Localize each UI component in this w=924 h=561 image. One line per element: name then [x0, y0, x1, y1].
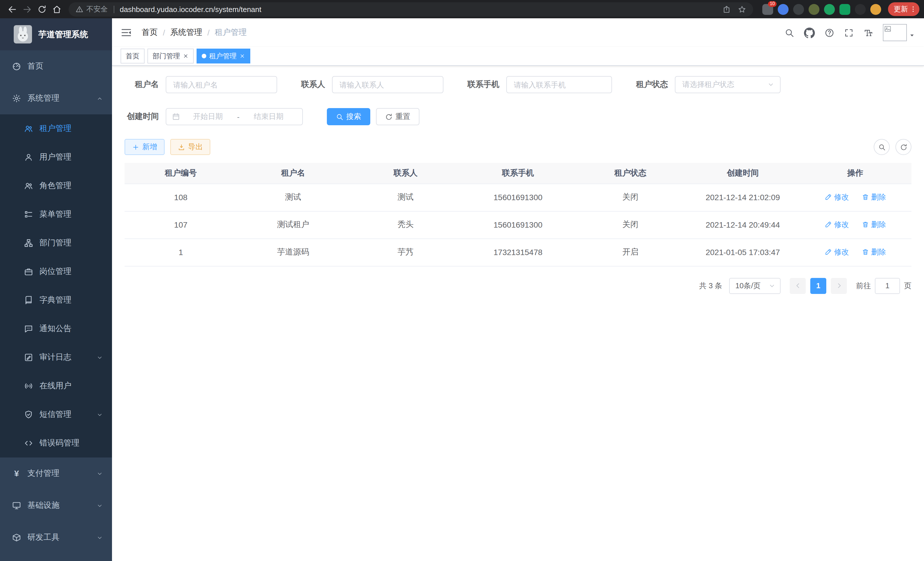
extension-icon[interactable]: [808, 4, 819, 15]
star-bookmark-icon[interactable]: [738, 5, 746, 14]
sidebar-item-label: 首页: [27, 61, 44, 71]
extension-icon[interactable]: [839, 4, 850, 15]
search-icon: [784, 28, 794, 38]
share-icon[interactable]: [722, 5, 731, 14]
sidebar-group-pay[interactable]: ¥ 支付管理: [0, 457, 112, 490]
tenant-id-cell: 1: [124, 238, 237, 266]
extension-icon[interactable]: [778, 4, 789, 15]
refresh-table-button[interactable]: [896, 139, 911, 155]
browser-back-button[interactable]: [4, 2, 20, 17]
toggle-search-button[interactable]: [874, 139, 890, 155]
sidebar-item-user[interactable]: 用户管理: [0, 143, 112, 171]
sidebar-group-system[interactable]: 系统管理: [0, 82, 112, 114]
header-search-button[interactable]: [784, 28, 794, 38]
phone-input[interactable]: [506, 76, 612, 93]
delete-link[interactable]: 删除: [861, 220, 886, 230]
security-status[interactable]: 不安全: [75, 4, 108, 14]
add-button[interactable]: 新增: [124, 139, 165, 155]
sidebar-item-menu[interactable]: 菜单管理: [0, 200, 112, 229]
tab-tenant[interactable]: 租户管理: [196, 49, 250, 63]
delete-link[interactable]: 删除: [861, 247, 886, 257]
tenant-name-input[interactable]: [166, 76, 277, 93]
edit-link[interactable]: 修改: [824, 220, 849, 230]
extension-icon[interactable]: 10: [762, 4, 773, 15]
date-range-separator: -: [236, 112, 241, 121]
chevron-down-icon: [767, 81, 774, 88]
breadcrumb-current: 租户管理: [215, 27, 247, 38]
sidebar-item-errcode[interactable]: 错误码管理: [0, 429, 112, 457]
export-button[interactable]: 导出: [170, 139, 210, 155]
forward-icon: [22, 4, 32, 14]
browser-reload-button[interactable]: [34, 2, 49, 17]
column-header-phone: 联系手机: [462, 163, 574, 183]
browser-update-button[interactable]: 更新: [888, 2, 920, 16]
extension-icon[interactable]: [824, 4, 835, 15]
reset-button[interactable]: 重置: [376, 108, 419, 125]
url-text[interactable]: dashboard.yudao.iocoder.cn/system/tenant: [120, 5, 722, 14]
sidebar-item-online-user[interactable]: 在线用户: [0, 372, 112, 400]
close-icon[interactable]: [183, 53, 189, 59]
sidebar-item-dict[interactable]: 字典管理: [0, 286, 112, 314]
github-link[interactable]: [804, 27, 815, 38]
ops-cell: 修改 删除: [799, 238, 911, 266]
help-doc-button[interactable]: [825, 28, 834, 38]
shield-icon: [24, 410, 33, 419]
profile-avatar-icon[interactable]: [870, 4, 881, 15]
status-select[interactable]: 请选择租户状态: [675, 76, 781, 93]
browser-home-button[interactable]: [49, 2, 64, 17]
close-icon[interactable]: [239, 53, 245, 59]
create-time-range-picker[interactable]: 开始日期 - 结束日期: [166, 108, 303, 125]
yen-icon: ¥: [12, 469, 21, 478]
sidebar-item-post[interactable]: 岗位管理: [0, 257, 112, 286]
puzzle-extensions-icon[interactable]: [855, 4, 866, 15]
contact-input[interactable]: [332, 76, 443, 93]
browser-forward-button[interactable]: [20, 2, 34, 17]
sidebar-item-tenant[interactable]: 租户管理: [0, 114, 112, 143]
goto-page-input[interactable]: [875, 278, 900, 294]
home-icon: [52, 4, 62, 14]
sidebar-toggle-button[interactable]: [121, 26, 133, 39]
box-icon: [12, 533, 21, 542]
page-size-select[interactable]: 10条/页: [729, 278, 781, 294]
date-end-placeholder: 结束日期: [241, 111, 297, 122]
refresh-icon: [385, 113, 393, 120]
user-menu[interactable]: [883, 24, 915, 41]
fullscreen-button[interactable]: [844, 28, 854, 38]
sidebar-group-sms[interactable]: 短信管理: [0, 400, 112, 429]
table-row[interactable]: 107 测试租户 秃头 15601691300 关闭 2021-12-14 20…: [124, 211, 911, 238]
sidebar-group-infra[interactable]: 基础设施: [0, 490, 112, 522]
prev-page-button[interactable]: [790, 278, 806, 294]
search-button[interactable]: 搜索: [327, 108, 370, 125]
table-row[interactable]: 108 测试 测试 15601691300 关闭 2021-12-14 21:0…: [124, 183, 911, 211]
edit-icon: [824, 194, 832, 201]
sidebar-item-home[interactable]: 首页: [0, 50, 112, 82]
sidebar-item-notice[interactable]: 通知公告: [0, 314, 112, 343]
tab-dept[interactable]: 部门管理: [147, 49, 194, 63]
sidebar-item-label: 字典管理: [39, 295, 71, 305]
address-bar[interactable]: 不安全 dashboard.yudao.iocoder.cn/system/te…: [69, 2, 753, 16]
table-row[interactable]: 1 芋道源码 芋艿 17321315478 开启 2021-01-05 17:0…: [124, 238, 911, 266]
refresh-icon: [900, 143, 907, 151]
delete-link[interactable]: 删除: [861, 192, 886, 202]
extension-icon[interactable]: [793, 4, 804, 15]
trash-icon: [861, 248, 869, 256]
column-header-status: 租户状态: [574, 163, 687, 183]
edit-icon: [824, 248, 832, 256]
sidebar-item-dept[interactable]: 部门管理: [0, 229, 112, 257]
next-page-button[interactable]: [831, 278, 847, 294]
page-number-button[interactable]: 1: [810, 278, 826, 294]
status-label: 租户状态: [636, 80, 668, 90]
created-cell: 2021-12-14 21:02:09: [687, 183, 799, 211]
font-size-button[interactable]: [863, 28, 873, 38]
sidebar-group-audit-log[interactable]: 审计日志: [0, 343, 112, 372]
breadcrumb-separator: /: [207, 28, 210, 37]
edit-link[interactable]: 修改: [824, 247, 849, 257]
breadcrumb-home[interactable]: 首页: [142, 27, 158, 38]
sidebar-item-role[interactable]: 角色管理: [0, 171, 112, 200]
tab-home[interactable]: 首页: [121, 49, 145, 63]
trash-icon: [861, 221, 869, 229]
search-icon: [336, 113, 344, 120]
badge-icon: [24, 267, 33, 276]
edit-link[interactable]: 修改: [824, 192, 849, 202]
sidebar-group-devtool[interactable]: 研发工具: [0, 522, 112, 553]
